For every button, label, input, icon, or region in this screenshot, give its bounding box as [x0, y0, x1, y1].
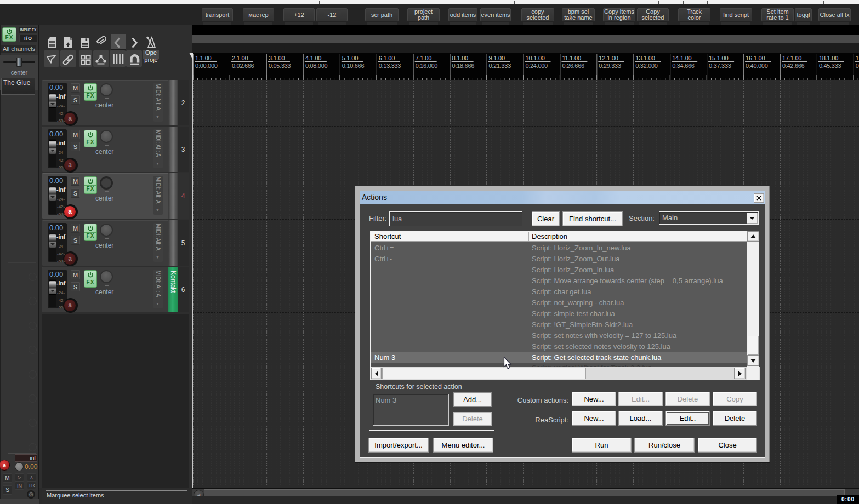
svg-text:19.1.00: 19.1.00 [856, 55, 859, 61]
svg-text:15.1.00: 15.1.00 [709, 55, 728, 61]
svg-text:2.1.00: 2.1.00 [232, 55, 248, 61]
svg-text:0:05.333: 0:05.333 [269, 62, 291, 69]
svg-text:0:10.666: 0:10.666 [342, 62, 365, 69]
svg-text:17.1.00: 17.1.00 [782, 55, 801, 61]
svg-text:0:48.000: 0:48.000 [856, 62, 859, 69]
svg-text:0:08.000: 0:08.000 [305, 62, 328, 69]
svg-text:0:37.333: 0:37.333 [709, 62, 731, 69]
svg-text:0:40.000: 0:40.000 [746, 62, 768, 69]
svg-text:0:45.333: 0:45.333 [819, 62, 841, 69]
svg-text:0:34.666: 0:34.666 [672, 62, 695, 69]
svg-text:0:16.000: 0:16.000 [416, 62, 438, 69]
svg-text:0:24.000: 0:24.000 [525, 62, 548, 69]
svg-text:4.1.00: 4.1.00 [305, 55, 321, 61]
svg-text:0:00.000: 0:00.000 [195, 62, 218, 69]
svg-text:5.1.00: 5.1.00 [342, 55, 358, 61]
svg-text:9.1.00: 9.1.00 [489, 55, 505, 61]
svg-text:10.1.00: 10.1.00 [525, 55, 544, 61]
svg-text:14.1.00: 14.1.00 [672, 55, 691, 61]
svg-text:11.1.00: 11.1.00 [562, 55, 581, 61]
svg-text:16.1.00: 16.1.00 [746, 55, 765, 61]
svg-text:0:26.666: 0:26.666 [562, 62, 584, 69]
svg-text:0:02.666: 0:02.666 [232, 62, 254, 69]
svg-text:0:13.333: 0:13.333 [379, 62, 401, 69]
svg-text:0:32.000: 0:32.000 [635, 62, 658, 69]
svg-text:0:29.333: 0:29.333 [599, 62, 621, 69]
svg-text:8.1.00: 8.1.00 [452, 55, 468, 61]
svg-text:13.1.00: 13.1.00 [635, 55, 655, 61]
svg-text:7.1.00: 7.1.00 [416, 55, 431, 61]
svg-text:1.1.00: 1.1.00 [195, 55, 211, 61]
svg-text:6.1.00: 6.1.00 [379, 55, 395, 61]
svg-text:3.1.00: 3.1.00 [269, 55, 285, 61]
svg-text:12.1.00: 12.1.00 [599, 55, 618, 61]
svg-text:0:21.333: 0:21.333 [489, 62, 511, 69]
svg-text:0:42.666: 0:42.666 [782, 62, 805, 69]
svg-text:18.1.00: 18.1.00 [819, 55, 838, 61]
svg-text:0:18.666: 0:18.666 [452, 62, 475, 69]
